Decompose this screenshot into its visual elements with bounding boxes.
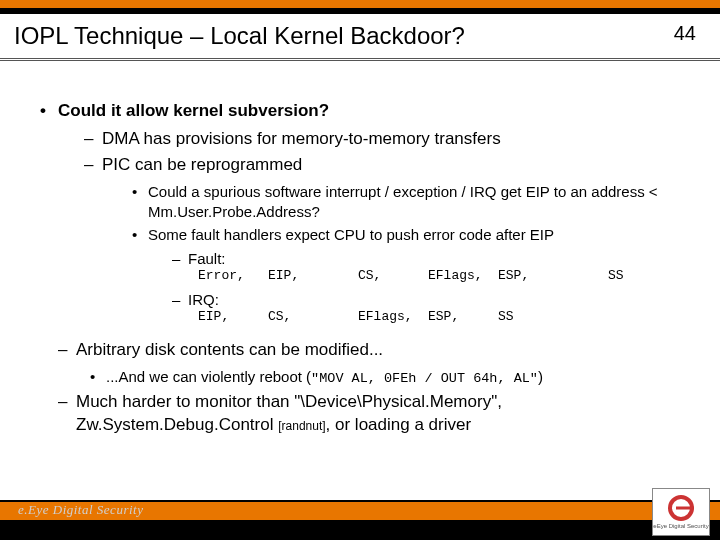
top-black-bar [0, 8, 720, 14]
footer-brand-text: e.Eye Digital Security [18, 502, 143, 518]
bullet-text: ...And we can violently reboot ( [106, 368, 311, 385]
bullet-text: Arbitrary disk contents can be modified.… [76, 340, 383, 359]
slide-body: Could it allow kernel subversion? DMA ha… [36, 100, 686, 442]
bullet-text: Some fault handlers expect CPU to push e… [148, 226, 554, 243]
bullet-l3: ...And we can violently reboot ("MOV AL,… [90, 367, 686, 388]
reg-cell: CS, [358, 268, 428, 285]
bullet-text: Could a spurious software interrupt / ex… [148, 183, 658, 220]
reg-cell: EFlags, [358, 309, 428, 326]
bullet-l3: Some fault handlers expect CPU to push e… [132, 225, 686, 329]
reg-cell: ESP, [428, 309, 498, 326]
bullet-text: ) [538, 368, 543, 385]
register-row: EIP, CS, EFlags, ESP, SS [198, 309, 668, 326]
row-label: IRQ: [188, 290, 258, 310]
bullet-text: Could it allow kernel subversion? [58, 101, 329, 120]
bullet-l2: DMA has provisions for memory-to-memory … [84, 128, 686, 150]
bullet-l2: Much harder to monitor than "\Device\Phy… [58, 391, 686, 435]
reg-cell: EIP, [198, 309, 268, 326]
bullet-l3: Could a spurious software interrupt / ex… [132, 182, 686, 221]
bullet-l1: Could it allow kernel subversion? DMA ha… [36, 100, 686, 436]
title-rule-1 [0, 58, 720, 59]
title-rule-2 [0, 60, 720, 61]
bullet-l2: PIC can be reprogrammed Could a spurious… [84, 154, 686, 329]
bullet-text: , or loading a driver [326, 415, 472, 434]
reg-cell: EFlags, [428, 268, 498, 285]
slide-title: IOPL Technique – Local Kernel Backdoor? [14, 22, 465, 50]
page-number: 44 [674, 22, 696, 45]
register-row: Error, EIP, CS, EFlags, ESP, SS [198, 268, 668, 285]
reg-cell: SS [608, 268, 668, 285]
row-label: Fault: [188, 249, 258, 269]
bullet-l4: IRQ: EIP, CS, EFlags, ESP, SS [172, 290, 686, 329]
slide: IOPL Technique – Local Kernel Backdoor? … [0, 0, 720, 540]
eye-icon [668, 495, 694, 521]
footer-black-bar [0, 520, 720, 540]
reg-cell: EIP, [268, 268, 358, 285]
reg-cell: Error, [198, 268, 268, 285]
reg-cell [608, 309, 668, 326]
brand-logo: eEye Digital Security [652, 488, 710, 536]
bullet-text: DMA has provisions for memory-to-memory … [102, 129, 501, 148]
bullet-l4: Fault: Error, EIP, CS, EFlags, ESP, SS [172, 249, 686, 288]
citation: [randnut] [278, 419, 325, 433]
logo-subtext: eEye Digital Security [653, 523, 708, 529]
top-orange-bar [0, 0, 720, 8]
code-text: "MOV AL, 0FEh / OUT 64h, AL" [311, 371, 538, 386]
bullet-l2: Arbitrary disk contents can be modified.… [58, 339, 686, 388]
bullet-text: PIC can be reprogrammed [102, 155, 302, 174]
reg-cell: ESP, [498, 268, 608, 285]
reg-cell: CS, [268, 309, 358, 326]
reg-cell: SS [498, 309, 608, 326]
